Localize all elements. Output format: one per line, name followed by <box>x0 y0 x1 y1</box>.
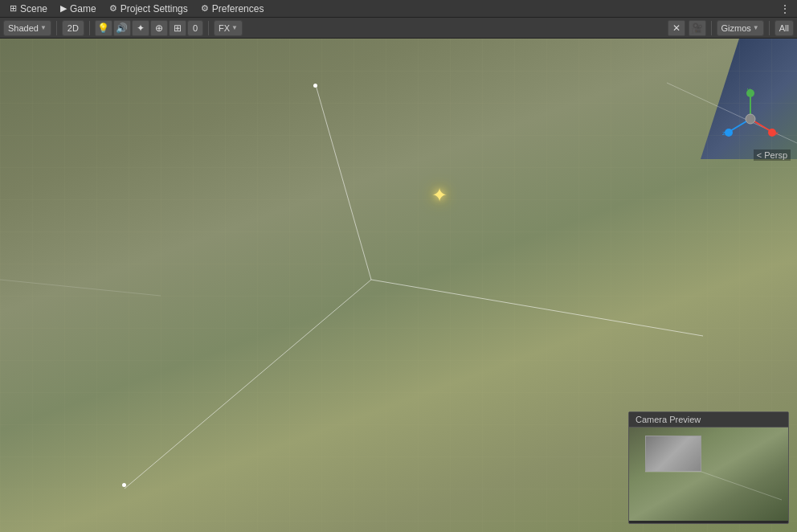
toolbar-separator-3 <box>208 21 209 35</box>
scene-marker-1 <box>313 84 317 88</box>
scene-overlay-button[interactable]: ⊕ <box>150 20 168 36</box>
menu-preferences[interactable]: ⚙ Preferences <box>194 2 271 16</box>
close-icon-btn[interactable]: ✕ <box>668 20 685 36</box>
audio-toggle-button[interactable]: 🔊 <box>113 20 131 36</box>
more-menu-button[interactable]: ⋮ <box>776 1 794 17</box>
menu-project-settings[interactable]: ⚙ Project Settings <box>103 2 194 16</box>
toolbar-separator-5 <box>769 21 770 35</box>
toolbar-separator-1 <box>56 21 57 35</box>
2d-label: 2D <box>67 23 79 33</box>
camera-preview-viewport <box>629 428 788 521</box>
scene-viewport[interactable]: ✦ y x z < Persp Camera Preview <box>0 39 797 532</box>
orientation-gizmo[interactable]: y x z <box>718 87 783 151</box>
menu-preferences-label: Preferences <box>212 3 264 14</box>
svg-text:y: y <box>747 87 750 93</box>
menu-game[interactable]: ▶ Game <box>54 2 103 16</box>
menu-scene-label: Scene <box>20 3 47 14</box>
camera-preview-content <box>629 428 788 521</box>
toolbar-icon-group: 💡 🔊 ✦ ⊕ ⊞ 0 <box>95 20 203 36</box>
svg-line-2 <box>125 280 371 489</box>
game-icon: ▶ <box>60 3 67 14</box>
toolbar-separator-4 <box>711 21 712 35</box>
shading-label: Shaded <box>8 23 39 33</box>
shading-dropdown[interactable]: Shaded ▼ <box>3 20 51 36</box>
preferences-icon: ⚙ <box>201 3 209 14</box>
toolbar-separator-2 <box>89 21 90 35</box>
gizmos-arrow: ▼ <box>753 24 759 31</box>
fx-button[interactable]: FX ▼ <box>214 20 243 36</box>
all-dropdown[interactable]: All <box>775 20 794 36</box>
scene-icon: ⊞ <box>10 3 17 14</box>
gizmos-dropdown[interactable]: Gizmos ▼ <box>717 20 764 36</box>
camera-preview-panel: Camera Preview <box>628 411 789 524</box>
scene-marker-2 <box>122 483 126 487</box>
svg-point-10 <box>725 129 733 137</box>
svg-line-16 <box>701 472 782 500</box>
perspective-label: < Persp <box>754 149 791 161</box>
svg-text:x: x <box>775 129 779 137</box>
svg-line-1 <box>371 280 703 336</box>
fx-toggle-button[interactable]: ✦ <box>132 20 149 36</box>
lighting-toggle-button[interactable]: 💡 <box>95 20 112 36</box>
menu-scene[interactable]: ⊞ Scene <box>3 2 54 16</box>
sun-light-icon: ✦ <box>431 184 448 207</box>
svg-line-0 <box>316 85 371 280</box>
2d-button[interactable]: 2D <box>62 20 84 36</box>
svg-point-14 <box>746 114 755 124</box>
num-label: 0 <box>193 23 198 33</box>
fx-dropdown-button[interactable]: 0 <box>187 20 203 36</box>
project-settings-icon: ⚙ <box>109 3 117 14</box>
menu-game-label: Game <box>70 3 96 14</box>
top-menu-bar: ⊞ Scene ▶ Game ⚙ Project Settings ⚙ Pref… <box>0 0 797 18</box>
toolbar: Shaded ▼ 2D 💡 🔊 ✦ ⊕ ⊞ 0 FX ▼ ✕ 🎥 Gizmos … <box>0 18 797 39</box>
gizmo-toggle-button[interactable]: ⊞ <box>169 20 186 36</box>
camera-preview-icon-btn[interactable]: 🎥 <box>689 20 706 36</box>
fx-arrow: ▼ <box>231 24 238 31</box>
gizmos-label: Gizmos <box>721 23 751 33</box>
shading-arrow: ▼ <box>40 24 47 31</box>
fx-label: FX <box>219 23 230 33</box>
svg-text:z: z <box>722 129 725 137</box>
svg-line-3 <box>0 280 161 296</box>
camera-preview-title: Camera Preview <box>629 412 788 428</box>
all-label: All <box>779 23 789 33</box>
menu-project-settings-label: Project Settings <box>121 3 188 14</box>
